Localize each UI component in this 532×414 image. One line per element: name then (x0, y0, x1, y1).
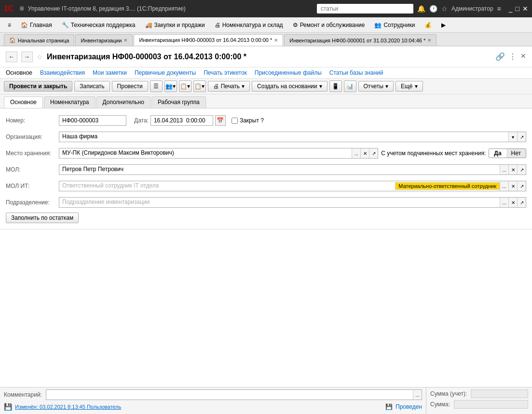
org-field: Наша фирма ▾ ↗ (59, 132, 526, 142)
tab-inventory-1[interactable]: Инвентаризация НФ00-000003 от 16.04.2013… (134, 34, 283, 46)
toolbar: Провести и закрыть Записать Провести ☰ 👥… (0, 79, 532, 94)
menu-employees[interactable]: 👥 Сотрудники (370, 20, 419, 30)
yes-no-group: Да Нет (489, 148, 526, 158)
menu-support[interactable]: 🔧 Техническая поддержка (58, 20, 139, 30)
storage-field: МУ-ПК (Спиридонов Максим Викторович) ...… (59, 148, 526, 159)
storage-row: Место хранения: МУ-ПК (Спиридонов Максим… (6, 147, 526, 160)
inner-tab-main[interactable]: Основное (4, 96, 43, 108)
calendar-button[interactable]: 📅 (215, 115, 226, 126)
yes-button[interactable]: Да (489, 148, 506, 158)
tab-inventories[interactable]: Инвентаризации ✕ (75, 34, 133, 46)
org-row: Организация: Наша фирма ▾ ↗ (6, 131, 526, 143)
list-view-button[interactable]: ☰ (150, 80, 163, 92)
post-and-close-button[interactable]: Провести и закрыть (4, 81, 72, 92)
dept-field: Подразделение инвентаризации ... ✕ ↗ (59, 197, 526, 208)
comment-open-button[interactable]: ... (413, 390, 422, 400)
storage-browse-button[interactable]: ... (352, 148, 360, 158)
tab-inventory-2[interactable]: Инвентаризация НФ00-000001 от 31.03.2020… (284, 34, 437, 46)
tab-inventory-2-close[interactable]: ✕ (427, 38, 431, 43)
mol-it-wrapper: Ответственный сотрудник IT отдела Матери… (59, 181, 526, 191)
inner-tab-workgroup[interactable]: Рабочая группа (151, 96, 206, 108)
notification-icon[interactable]: 🔔 (417, 5, 425, 13)
subnav-print-labels[interactable]: Печать этикеток (204, 69, 247, 76)
comment-input-wrap: ... (46, 389, 422, 400)
reports-button[interactable]: Отчеты ▾ (358, 81, 394, 92)
menu-purchases[interactable]: 🚚 Закупки и продажи (141, 20, 209, 30)
clipboard-button[interactable]: 📋▾ (179, 80, 191, 92)
mol-row: МОЛ: Петров Петр Петрович ... ✕ ↗ (6, 163, 526, 176)
menu-hamburger[interactable]: ≡ (4, 20, 15, 30)
create-based-button[interactable]: Создать на основании ▾ (252, 81, 327, 92)
app-title: Управление IT-отделом 8, редакция 3.... … (28, 5, 313, 12)
tab-inventory-1-close[interactable]: ✕ (274, 38, 278, 43)
maximize-button[interactable]: □ (516, 5, 519, 13)
menu-nomenclature[interactable]: 🖨 Номенклатура и склад (211, 20, 287, 30)
doc-more-icon[interactable]: ⋮ (509, 52, 517, 61)
chart-button[interactable]: 📊 (344, 80, 356, 92)
menu-finance[interactable]: 💰 (421, 20, 436, 30)
clipboard2-button[interactable]: 📋▾ (193, 80, 206, 92)
storage-clear-button[interactable]: ✕ (360, 148, 369, 158)
menu-more[interactable]: ▶ (437, 20, 450, 30)
mol-it-placeholder: Ответственный сотрудник IT отдела (59, 181, 395, 191)
number-input[interactable] (59, 115, 126, 126)
mol-browse-button[interactable]: ... (500, 165, 508, 174)
more-button[interactable]: Ещё ▾ (396, 81, 423, 92)
tab-home[interactable]: 🏠 Начальная страница (4, 34, 74, 46)
mol-label: МОЛ: (6, 166, 59, 173)
comment-input[interactable] (46, 390, 413, 399)
org-value: Наша фирма (59, 132, 508, 142)
storage-value: МУ-ПК (Спиридонов Максим Викторович) (59, 148, 352, 158)
mol-it-browse-button[interactable]: ... (500, 181, 508, 191)
org-open-button[interactable]: ↗ (517, 132, 526, 142)
mobile-button[interactable]: 📱 (329, 80, 342, 92)
dept-open-button[interactable]: ↗ (517, 198, 526, 207)
subnav-interactions[interactable]: Взаимодействия (40, 69, 85, 76)
history-icon[interactable]: 🕐 (429, 5, 437, 13)
subnav-knowledge-base[interactable]: Статьи базы знаний (329, 69, 383, 76)
admin-name: Администратор (451, 5, 493, 12)
tab-inventories-close[interactable]: ✕ (123, 38, 127, 43)
date-input[interactable] (150, 115, 213, 126)
dept-clear-button[interactable]: ✕ (508, 198, 517, 207)
repair-icon: ⚙ (293, 22, 298, 28)
closed-checkbox[interactable] (232, 118, 238, 124)
closed-label: Закрыт ? (240, 117, 264, 124)
inner-tab-nomenclature[interactable]: Номенклатура (44, 96, 95, 108)
doc-favorite-icon[interactable]: ☆ (37, 53, 43, 61)
save-button[interactable]: Записать (74, 81, 109, 92)
dept-browse-button[interactable]: ... (500, 198, 508, 207)
inner-tab-additional[interactable]: Дополнительно (96, 96, 150, 108)
subnav-main[interactable]: Основное (6, 69, 32, 76)
no-button[interactable]: Нет (506, 149, 526, 158)
global-search-input[interactable] (317, 4, 413, 13)
mol-clear-button[interactable]: ✕ (508, 165, 517, 174)
org-dropdown-button[interactable]: ▾ (508, 132, 517, 142)
mol-open-button[interactable]: ↗ (517, 165, 526, 174)
mol-it-clear-button[interactable]: ✕ (508, 181, 517, 191)
menu-repair[interactable]: ⚙ Ремонт и обслуживание (289, 20, 369, 30)
settings-icon[interactable]: ≡ (497, 5, 501, 13)
number-field: Дата: 📅 Закрыт ? (59, 115, 526, 126)
sum-account-row: Сумма (учет): (430, 389, 528, 398)
print-button[interactable]: 🖨 Печать ▾ (208, 81, 250, 92)
subnav-primary-docs[interactable]: Первичные документы (135, 69, 196, 76)
favorite-icon[interactable]: ☆ (441, 5, 448, 13)
mol-it-open-button[interactable]: ↗ (517, 181, 526, 191)
nav-back-button[interactable]: ← (6, 52, 17, 62)
subnav-notes[interactable]: Мои заметки (93, 69, 127, 76)
nav-forward-button[interactable]: → (21, 52, 33, 62)
fill-by-remains-button[interactable]: Заполнить по остаткам (6, 213, 79, 223)
subnav-attached-files[interactable]: Присоединенные файлы (255, 69, 322, 76)
doc-close-icon[interactable]: ✕ (520, 52, 526, 61)
doc-link-icon[interactable]: 🔗 (495, 52, 505, 61)
close-window-button[interactable]: ✕ (522, 5, 528, 13)
users-button[interactable]: 👥▾ (164, 80, 177, 92)
change-log-link[interactable]: Изменён: 03.02.2021 8:13:45 Пользователь (15, 404, 121, 410)
title-icons: 🔔 🕐 ☆ Администратор ≡ (417, 5, 501, 13)
minimize-button[interactable]: _ (509, 5, 513, 13)
storage-open-button[interactable]: ↗ (369, 148, 378, 158)
post-button[interactable]: Провести (112, 81, 148, 92)
menu-home[interactable]: 🏠 Главная (17, 20, 56, 30)
hamburger-menu-icon[interactable]: ≡ (19, 4, 24, 13)
